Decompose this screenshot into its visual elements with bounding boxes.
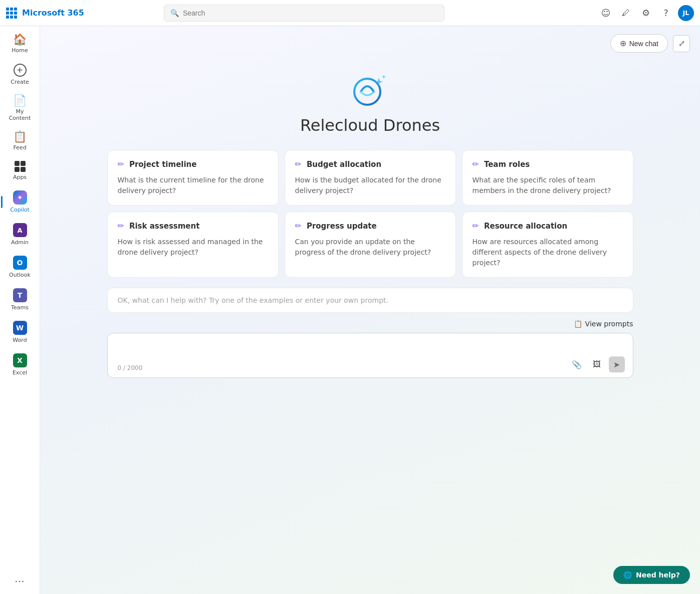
card-header: ✏️ Progress update (295, 221, 445, 231)
search-bar[interactable]: 🔍 (164, 5, 444, 22)
attach-button[interactable]: 📎 (569, 356, 585, 372)
card-progress-update[interactable]: ✏️ Progress update Can you provide an up… (285, 212, 456, 278)
emoji-icon[interactable]: ☺ (598, 5, 614, 21)
sidebar-item-home[interactable]: 🏠 Home (3, 30, 37, 58)
sidebar-label-outlook: Outlook (9, 272, 31, 278)
card-header: ✏️ Resource allocation (473, 221, 623, 231)
sidebar-label-excel: Excel (13, 369, 27, 376)
card-body: Can you provide an update on the progres… (295, 237, 445, 258)
copilot-logo-area: Relecloud Drones (300, 61, 440, 150)
sidebar-label-teams: Teams (11, 304, 29, 311)
feed-icon: 📋 (13, 131, 27, 142)
card-header: ✏️ Team roles (473, 159, 623, 169)
my-content-icon: 📄 (13, 95, 27, 106)
card-body: What is the current timeline for the dro… (118, 175, 268, 196)
sidebar-item-copilot[interactable]: ✦ Copilot (3, 186, 37, 217)
card-body: What are the specific roles of team memb… (473, 175, 623, 196)
sidebar-item-my-content[interactable]: 📄 My Content (3, 91, 37, 125)
sidebar-item-more[interactable]: ··· (3, 573, 37, 590)
svg-point-0 (354, 79, 380, 105)
card-header: ✏️ Budget allocation (295, 159, 445, 169)
feedback-icon[interactable]: 🖊 (618, 5, 634, 21)
avatar[interactable]: JL (678, 5, 694, 21)
need-help-button[interactable]: 🌐 Need help? (613, 566, 690, 584)
sidebar-label-create: Create (11, 79, 29, 85)
search-icon: 🔍 (170, 9, 179, 17)
need-help-icon: 🌐 (623, 571, 632, 579)
input-actions: 📎 🖼 ➤ (569, 356, 625, 372)
sidebar-item-outlook[interactable]: O Outlook (3, 252, 37, 282)
sidebar: 🏠 Home + Create 📄 My Content 📋 Feed Apps… (0, 26, 40, 594)
teams-app-icon: T (13, 288, 27, 302)
card-body: How is the budget allocated for the dron… (295, 175, 445, 196)
excel-app-icon: X (13, 353, 27, 367)
card-title: Budget allocation (307, 160, 381, 169)
send-button[interactable]: ➤ (609, 356, 625, 372)
home-icon: 🏠 (13, 34, 27, 45)
wand-icon: ✏️ (295, 221, 302, 231)
wand-icon: ✏️ (473, 221, 479, 231)
copilot-main: Relecloud Drones ✏️ Project timeline Wha… (40, 61, 700, 594)
input-counter: 0 / 2000 (118, 364, 143, 371)
view-prompts[interactable]: 📋 View prompts (107, 320, 633, 328)
card-resource-allocation[interactable]: ✏️ Resource allocation How are resources… (462, 212, 633, 278)
apps-icon (15, 161, 26, 172)
more-icon: ··· (15, 577, 25, 586)
card-title: Team roles (484, 160, 530, 169)
card-team-roles[interactable]: ✏️ Team roles What are the specific role… (462, 150, 633, 206)
grid-icon (6, 8, 17, 19)
new-chat-label: New chat (629, 40, 658, 48)
wand-icon: ✏️ (295, 159, 302, 169)
image-button[interactable]: 🖼 (589, 356, 605, 372)
wand-icon: ✏️ (118, 159, 124, 169)
sidebar-item-teams[interactable]: T Teams (3, 284, 37, 315)
copilot-logo-icon (350, 71, 390, 111)
copilot-icon: ✦ (13, 190, 27, 205)
sidebar-label-word: Word (13, 337, 27, 343)
sidebar-label-admin: Admin (11, 239, 29, 246)
view-prompts-label: View prompts (585, 320, 633, 328)
card-title: Progress update (307, 222, 377, 231)
search-input[interactable] (183, 9, 438, 17)
sidebar-label-apps: Apps (13, 174, 27, 180)
card-risk-assessment[interactable]: ✏️ Risk assessment How is risk assessed … (107, 212, 279, 278)
new-chat-button[interactable]: ⊕ New chat (610, 34, 668, 53)
sidebar-item-feed[interactable]: 📋 Feed (3, 127, 37, 155)
card-title: Project timeline (129, 160, 197, 169)
quick-prompt[interactable]: OK, what can I help with? Try one of the… (107, 288, 633, 313)
need-help-label: Need help? (636, 571, 680, 579)
sidebar-label-feed: Feed (13, 144, 26, 151)
content-area: ⊕ New chat ⤢ (40, 26, 700, 594)
settings-icon[interactable]: ⚙ (638, 5, 654, 21)
card-project-timeline[interactable]: ✏️ Project timeline What is the current … (107, 150, 279, 206)
main-layout: 🏠 Home + Create 📄 My Content 📋 Feed Apps… (0, 26, 700, 594)
card-body: How is risk assessed and managed in the … (118, 237, 268, 258)
view-prompts-icon: 📋 (574, 320, 582, 328)
topbar-actions: ☺ 🖊 ⚙ ? JL (598, 5, 694, 21)
sidebar-item-create[interactable]: + Create (3, 60, 37, 89)
copilot-title: Relecloud Drones (300, 116, 440, 135)
topbar: Microsoft 365 🔍 ☺ 🖊 ⚙ ? JL (0, 0, 700, 26)
card-budget-allocation[interactable]: ✏️ Budget allocation How is the budget a… (285, 150, 456, 206)
wand-icon: ✏️ (118, 221, 124, 231)
sidebar-item-admin[interactable]: A Admin (3, 219, 37, 250)
card-body: How are resources allocated among differ… (473, 237, 623, 268)
card-header: ✏️ Project timeline (118, 159, 268, 169)
admin-icon: A (13, 223, 27, 237)
cards-grid: ✏️ Project timeline What is the current … (107, 150, 633, 278)
card-header: ✏️ Risk assessment (118, 221, 268, 231)
sidebar-label-my-content: My Content (5, 108, 35, 121)
content-header: ⊕ New chat ⤢ (40, 26, 700, 61)
sidebar-label-home: Home (12, 47, 28, 54)
card-title: Risk assessment (129, 222, 199, 231)
sidebar-item-word[interactable]: W Word (3, 317, 37, 347)
input-box[interactable]: 0 / 2000 📎 🖼 ➤ (107, 333, 633, 378)
card-title: Resource allocation (484, 222, 567, 231)
app-logo[interactable]: Microsoft 365 (6, 8, 84, 19)
sidebar-item-apps[interactable]: Apps (3, 157, 37, 184)
expand-button[interactable]: ⤢ (673, 35, 690, 52)
expand-icon: ⤢ (678, 39, 685, 48)
sidebar-item-excel[interactable]: X Excel (3, 349, 37, 380)
quick-prompt-text: OK, what can I help with? Try one of the… (118, 296, 388, 304)
help-icon[interactable]: ? (658, 5, 674, 21)
